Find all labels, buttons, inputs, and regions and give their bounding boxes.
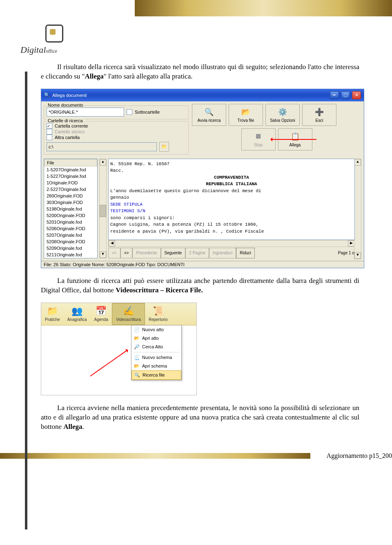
- footer-text: Aggiornamento p15_200: [327, 452, 392, 460]
- file-list-scrollbar[interactable]: ▲ ▼: [99, 159, 107, 258]
- gear-icon: ⚙️: [278, 107, 287, 117]
- preview-scrollbar-v[interactable]: ▲ ▼: [354, 159, 361, 259]
- esci-button[interactable]: ➕Esci: [302, 104, 336, 126]
- footer-decorative-band: [0, 453, 310, 459]
- scroll-down-icon[interactable]: ▼: [354, 252, 361, 259]
- group-nome-legend: Nome documento: [47, 103, 85, 108]
- scroll-up-icon[interactable]: ▲: [354, 159, 361, 166]
- logo-text: Digitaloffice: [20, 45, 88, 55]
- folder-icon: 📁: [47, 306, 58, 316]
- file-list-item[interactable]: 5200Originale.FOD: [44, 212, 97, 219]
- group-cartelle-legend: Cartelle di ricerca: [47, 118, 84, 123]
- cartelle-storico-label: Cartelle storico: [55, 129, 85, 134]
- browse-folder-button[interactable]: 📁: [159, 142, 169, 152]
- path-input: [47, 142, 157, 151]
- scroll-icon: 📜: [153, 306, 164, 316]
- file-list-item[interactable]: 5211Originale.fod: [44, 251, 97, 258]
- trova-file-button[interactable]: 📂Trova file: [229, 104, 263, 126]
- nav-riduci-button[interactable]: Riduci: [236, 248, 255, 258]
- menu-apri-atto[interactable]: 📂Apri atto: [131, 334, 181, 343]
- close-button[interactable]: ✕: [352, 91, 361, 99]
- file-list-item[interactable]: 1Originale.FOD: [44, 179, 97, 186]
- menu-nuovo-schema[interactable]: 📃Nuovo schema: [131, 353, 181, 362]
- altra-cartella-label: Altra cartella: [55, 135, 80, 140]
- left-vertical-strip: [25, 72, 27, 460]
- paragraph-2: La funzione di ricerca atti può essere u…: [41, 276, 359, 295]
- cartella-corrente-label: Cartella corrente: [55, 123, 88, 128]
- minimize-button[interactable]: ━: [330, 91, 339, 99]
- nome-documento-input[interactable]: [47, 108, 124, 117]
- file-list-item[interactable]: 5198Originale.fod: [44, 206, 97, 212]
- status-bar: File: 26 Stato: Originale Nome: 5208Orig…: [41, 261, 364, 268]
- edit-icon: ✍️: [123, 306, 134, 316]
- screenshot-toolbar-menu: 📁Pratiche 👥Anagrafica 📅Agenda ✍️Videoscr…: [41, 303, 197, 395]
- nav-seguente-button[interactable]: Seguente: [161, 248, 186, 258]
- file-list-item[interactable]: 5206Originale.FOD: [44, 225, 97, 232]
- videoscrittura-dropdown: 📄Nuovo atto 📂Apri atto 🔎Cerca Atto 📃Nuov…: [131, 325, 182, 380]
- file-list[interactable]: File 1-5207Originale.fod1-5227Originale.…: [44, 159, 98, 258]
- file-list-item[interactable]: 303Originale.FOD: [44, 199, 97, 206]
- file-list-item[interactable]: 5208Originale.FOD: [44, 238, 97, 245]
- nav-precedente-button: Precedente: [132, 248, 160, 258]
- attach-icon: 📋: [290, 132, 300, 141]
- scroll-left-icon[interactable]: ◀: [109, 240, 115, 247]
- sottocartelle-label: Sottocartelle: [135, 110, 160, 114]
- file-list-item[interactable]: 2-5227Originale.fod: [44, 186, 97, 193]
- people-icon: 👥: [71, 306, 82, 316]
- scroll-thumb[interactable]: [100, 205, 106, 217]
- nav-ingrandisci-button: Ingrandisci: [209, 248, 236, 258]
- file-list-item[interactable]: 5207Originale.fod: [44, 232, 97, 238]
- menu-apri-schema[interactable]: 📂Apri schema: [131, 362, 181, 370]
- tb-pratiche[interactable]: 📁Pratiche: [41, 303, 64, 325]
- maximize-button[interactable]: ▢: [341, 91, 350, 99]
- annotation-arrow-allega: [272, 139, 316, 140]
- open-schema-icon: 📂: [134, 363, 140, 369]
- calendar-icon: 📅: [96, 306, 107, 316]
- tb-videoscrittura[interactable]: ✍️Videoscrittura: [112, 303, 145, 325]
- file-list-item[interactable]: 280Originale.FOD: [44, 193, 97, 199]
- tb-anagrafica[interactable]: 👥Anagrafica: [64, 303, 91, 325]
- folder-search-icon: 📂: [241, 107, 251, 117]
- search-file-icon: 🔍: [134, 372, 140, 378]
- sottocartelle-checkbox[interactable]: [127, 109, 132, 115]
- file-list-header: File: [44, 159, 97, 166]
- file-list-item[interactable]: 5209Originale.fod: [44, 245, 97, 251]
- menu-cerca-atto[interactable]: 🔎Cerca Atto: [131, 343, 181, 351]
- nav-2pagine-button: 2 Pagine: [185, 248, 209, 258]
- menu-nuovo-atto[interactable]: 📄Nuovo atto: [131, 325, 181, 334]
- open-icon: 📂: [134, 336, 140, 341]
- tb-repertorio[interactable]: 📜Repertorio: [145, 303, 172, 325]
- cartella-corrente-checkbox[interactable]: [47, 123, 52, 129]
- nav-first-button: <<: [108, 248, 120, 258]
- search-doc-icon: 🔎: [134, 344, 140, 350]
- tb-agenda[interactable]: 📅Agenda: [91, 303, 112, 325]
- scroll-right-icon[interactable]: ▶: [348, 240, 354, 247]
- exit-icon: ➕: [314, 107, 324, 117]
- preview-scrollbar-h[interactable]: ◀ ▶: [108, 240, 355, 247]
- scroll-up-icon[interactable]: ▲: [100, 159, 106, 166]
- toolbar: 📁Pratiche 👥Anagrafica 📅Agenda ✍️Videoscr…: [41, 303, 196, 325]
- schema-icon: 📃: [134, 355, 140, 360]
- footer: Aggiornamento p15_200: [0, 452, 392, 460]
- menu-ricerca-file[interactable]: 🔍Ricerca file: [131, 370, 181, 380]
- window-app-icon: 🔍: [44, 92, 50, 98]
- group-cartelle-ricerca: Cartelle di ricerca Cartella corrente Ca…: [44, 121, 189, 155]
- stop-icon: ⏹: [254, 132, 263, 141]
- nav-next-symbol-button[interactable]: >>: [120, 248, 133, 258]
- document-preview: N. 55188 Rep. N. 16587 Racc. COMPRAVENDI…: [108, 159, 355, 240]
- logo-icon: [45, 25, 63, 43]
- scroll-down-icon[interactable]: ▼: [100, 251, 106, 258]
- altra-cartella-checkbox[interactable]: [47, 135, 52, 140]
- header-decorative-band: [135, 0, 392, 16]
- logo: Digitaloffice: [20, 25, 88, 55]
- avvia-ricerca-button[interactable]: 🔍Avvia ricerca: [192, 104, 226, 126]
- file-list-item[interactable]: 1-5227Originale.fod: [44, 173, 97, 179]
- screenshot-allega-documenti: 🔍 Allega documenti ━ ▢ ✕ Nome documento: [41, 89, 364, 268]
- paragraph-3: La ricerca avviene nella maniera precede…: [41, 404, 359, 432]
- file-list-item[interactable]: 5201Originale.fod: [44, 219, 97, 225]
- file-list-item[interactable]: 1-5207Originale.fod: [44, 166, 97, 173]
- titlebar: 🔍 Allega documenti ━ ▢ ✕: [41, 89, 364, 101]
- salva-opzioni-button[interactable]: ⚙️Salva Opzioni: [265, 104, 300, 126]
- paragraph-1: Il risultato della ricerca sarà visualiz…: [41, 63, 359, 81]
- cartelle-storico-checkbox: [47, 129, 52, 135]
